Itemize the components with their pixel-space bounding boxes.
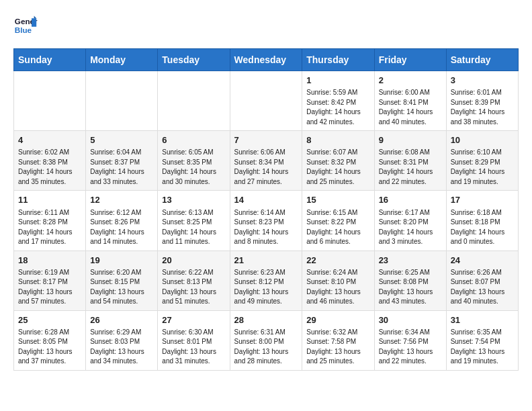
calendar-cell: 8Sunrise: 6:07 AM Sunset: 8:32 PM Daylig… <box>302 131 374 191</box>
cell-info: Sunrise: 6:15 AM Sunset: 8:22 PM Dayligh… <box>306 208 369 247</box>
cell-info: Sunrise: 6:19 AM Sunset: 8:17 PM Dayligh… <box>18 268 81 307</box>
cell-info: Sunrise: 6:28 AM Sunset: 8:05 PM Dayligh… <box>18 328 81 367</box>
calendar-cell: 2Sunrise: 6:00 AM Sunset: 8:41 PM Daylig… <box>374 71 446 131</box>
cell-info: Sunrise: 6:31 AM Sunset: 8:00 PM Dayligh… <box>234 328 298 367</box>
day-number: 18 <box>18 255 81 267</box>
cell-info: Sunrise: 6:35 AM Sunset: 7:54 PM Dayligh… <box>451 328 514 367</box>
day-number: 31 <box>451 314 514 326</box>
calendar-cell: 3Sunrise: 6:01 AM Sunset: 8:39 PM Daylig… <box>446 71 518 131</box>
cell-info: Sunrise: 6:13 AM Sunset: 8:25 PM Dayligh… <box>162 208 225 247</box>
day-number: 6 <box>162 134 225 146</box>
calendar-cell <box>158 71 230 131</box>
calendar-cell: 7Sunrise: 6:06 AM Sunset: 8:34 PM Daylig… <box>230 131 302 191</box>
calendar-cell: 30Sunrise: 6:34 AM Sunset: 7:56 PM Dayli… <box>374 310 446 370</box>
day-number: 23 <box>379 255 442 267</box>
cell-info: Sunrise: 6:18 AM Sunset: 8:18 PM Dayligh… <box>451 208 514 247</box>
cell-info: Sunrise: 6:20 AM Sunset: 8:15 PM Dayligh… <box>90 268 153 307</box>
cell-info: Sunrise: 6:30 AM Sunset: 8:01 PM Dayligh… <box>162 328 225 367</box>
cell-info: Sunrise: 6:05 AM Sunset: 8:35 PM Dayligh… <box>162 148 225 187</box>
calendar-cell: 10Sunrise: 6:10 AM Sunset: 8:29 PM Dayli… <box>446 131 518 191</box>
cell-info: Sunrise: 6:11 AM Sunset: 8:28 PM Dayligh… <box>18 208 81 247</box>
calendar-week-row: 25Sunrise: 6:28 AM Sunset: 8:05 PM Dayli… <box>14 310 519 370</box>
day-number: 21 <box>234 255 298 267</box>
calendar-cell: 1Sunrise: 5:59 AM Sunset: 8:42 PM Daylig… <box>302 71 374 131</box>
calendar-cell: 5Sunrise: 6:04 AM Sunset: 8:37 PM Daylig… <box>86 131 158 191</box>
day-of-week-header: Sunday <box>14 49 86 71</box>
day-number: 8 <box>306 134 369 146</box>
calendar-cell: 12Sunrise: 6:12 AM Sunset: 8:26 PM Dayli… <box>86 191 158 250</box>
day-number: 20 <box>162 255 225 267</box>
day-number: 1 <box>306 75 369 87</box>
calendar-cell: 26Sunrise: 6:29 AM Sunset: 8:03 PM Dayli… <box>86 310 158 370</box>
day-number: 22 <box>306 255 369 267</box>
calendar-cell: 27Sunrise: 6:30 AM Sunset: 8:01 PM Dayli… <box>158 310 230 370</box>
day-number: 19 <box>90 255 153 267</box>
day-number: 29 <box>306 314 369 326</box>
cell-info: Sunrise: 5:59 AM Sunset: 8:42 PM Dayligh… <box>306 88 369 127</box>
day-number: 7 <box>234 134 298 146</box>
cell-info: Sunrise: 6:10 AM Sunset: 8:29 PM Dayligh… <box>451 148 514 187</box>
calendar-cell <box>230 71 302 131</box>
day-number: 3 <box>451 75 514 87</box>
day-number: 2 <box>379 75 442 87</box>
svg-marker-2 <box>32 18 36 27</box>
cell-info: Sunrise: 6:25 AM Sunset: 8:08 PM Dayligh… <box>379 268 442 307</box>
day-number: 16 <box>379 194 442 206</box>
calendar-cell: 18Sunrise: 6:19 AM Sunset: 8:17 PM Dayli… <box>14 250 86 310</box>
logo: General Blue <box>13 13 38 38</box>
cell-info: Sunrise: 6:14 AM Sunset: 8:23 PM Dayligh… <box>234 208 298 247</box>
cell-info: Sunrise: 6:06 AM Sunset: 8:34 PM Dayligh… <box>234 148 298 187</box>
day-of-week-header: Wednesday <box>230 49 302 71</box>
svg-text:Blue: Blue <box>15 26 32 34</box>
calendar-cell: 28Sunrise: 6:31 AM Sunset: 8:00 PM Dayli… <box>230 310 302 370</box>
day-number: 15 <box>306 194 369 206</box>
day-number: 13 <box>162 194 225 206</box>
calendar-cell: 17Sunrise: 6:18 AM Sunset: 8:18 PM Dayli… <box>446 191 518 250</box>
calendar-cell: 29Sunrise: 6:32 AM Sunset: 7:58 PM Dayli… <box>302 310 374 370</box>
calendar-cell: 15Sunrise: 6:15 AM Sunset: 8:22 PM Dayli… <box>302 191 374 250</box>
day-number: 11 <box>18 194 81 206</box>
day-of-week-header: Thursday <box>302 49 374 71</box>
cell-info: Sunrise: 6:34 AM Sunset: 7:56 PM Dayligh… <box>379 328 442 367</box>
cell-info: Sunrise: 6:22 AM Sunset: 8:13 PM Dayligh… <box>162 268 225 307</box>
cell-info: Sunrise: 6:32 AM Sunset: 7:58 PM Dayligh… <box>306 328 369 367</box>
calendar: SundayMondayTuesdayWednesdayThursdayFrid… <box>13 48 519 371</box>
cell-info: Sunrise: 6:00 AM Sunset: 8:41 PM Dayligh… <box>379 88 442 127</box>
calendar-cell: 14Sunrise: 6:14 AM Sunset: 8:23 PM Dayli… <box>230 191 302 250</box>
day-number: 5 <box>90 134 153 146</box>
day-number: 9 <box>379 134 442 146</box>
day-number: 25 <box>18 314 81 326</box>
calendar-cell: 9Sunrise: 6:08 AM Sunset: 8:31 PM Daylig… <box>374 131 446 191</box>
calendar-cell: 23Sunrise: 6:25 AM Sunset: 8:08 PM Dayli… <box>374 250 446 310</box>
logo-icon: General Blue <box>13 13 38 38</box>
calendar-week-row: 11Sunrise: 6:11 AM Sunset: 8:28 PM Dayli… <box>14 191 519 250</box>
day-number: 10 <box>451 134 514 146</box>
cell-info: Sunrise: 6:23 AM Sunset: 8:12 PM Dayligh… <box>234 268 298 307</box>
day-number: 26 <box>90 314 153 326</box>
calendar-cell <box>14 71 86 131</box>
day-of-week-header: Friday <box>374 49 446 71</box>
day-number: 17 <box>451 194 514 206</box>
calendar-header-row: SundayMondayTuesdayWednesdayThursdayFrid… <box>14 49 519 71</box>
calendar-cell: 16Sunrise: 6:17 AM Sunset: 8:20 PM Dayli… <box>374 191 446 250</box>
calendar-cell: 11Sunrise: 6:11 AM Sunset: 8:28 PM Dayli… <box>14 191 86 250</box>
cell-info: Sunrise: 6:24 AM Sunset: 8:10 PM Dayligh… <box>306 268 369 307</box>
day-of-week-header: Saturday <box>446 49 518 71</box>
day-of-week-header: Monday <box>86 49 158 71</box>
cell-info: Sunrise: 6:12 AM Sunset: 8:26 PM Dayligh… <box>90 208 153 247</box>
calendar-week-row: 18Sunrise: 6:19 AM Sunset: 8:17 PM Dayli… <box>14 250 519 310</box>
day-number: 30 <box>379 314 442 326</box>
cell-info: Sunrise: 6:02 AM Sunset: 8:38 PM Dayligh… <box>18 148 81 187</box>
day-number: 27 <box>162 314 225 326</box>
cell-info: Sunrise: 6:29 AM Sunset: 8:03 PM Dayligh… <box>90 328 153 367</box>
calendar-cell: 24Sunrise: 6:26 AM Sunset: 8:07 PM Dayli… <box>446 250 518 310</box>
day-of-week-header: Tuesday <box>158 49 230 71</box>
calendar-cell: 22Sunrise: 6:24 AM Sunset: 8:10 PM Dayli… <box>302 250 374 310</box>
day-number: 4 <box>18 134 81 146</box>
cell-info: Sunrise: 6:01 AM Sunset: 8:39 PM Dayligh… <box>451 88 514 127</box>
cell-info: Sunrise: 6:26 AM Sunset: 8:07 PM Dayligh… <box>451 268 514 307</box>
cell-info: Sunrise: 6:07 AM Sunset: 8:32 PM Dayligh… <box>306 148 369 187</box>
calendar-week-row: 4Sunrise: 6:02 AM Sunset: 8:38 PM Daylig… <box>14 131 519 191</box>
calendar-cell: 19Sunrise: 6:20 AM Sunset: 8:15 PM Dayli… <box>86 250 158 310</box>
cell-info: Sunrise: 6:08 AM Sunset: 8:31 PM Dayligh… <box>379 148 442 187</box>
